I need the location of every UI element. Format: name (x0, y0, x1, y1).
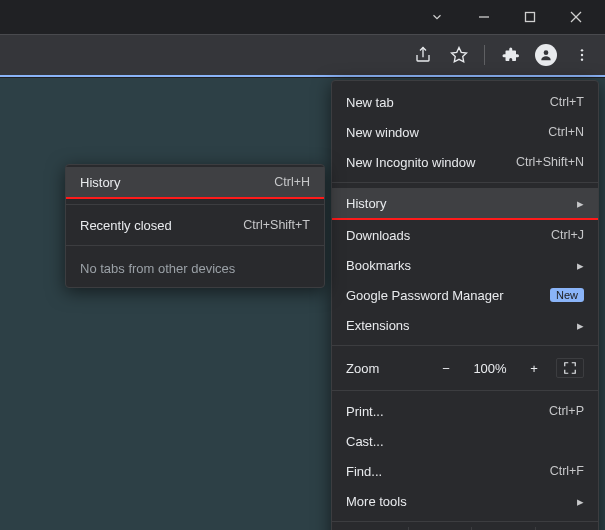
menu-new-incognito[interactable]: New Incognito window Ctrl+Shift+N (332, 147, 598, 177)
menu-find[interactable]: Find... Ctrl+F (332, 456, 598, 486)
submenu-arrow-icon: ▸ (577, 494, 584, 509)
svg-point-8 (581, 54, 583, 56)
menu-cast[interactable]: Cast... (332, 426, 598, 456)
svg-point-6 (544, 50, 549, 55)
new-badge: New (550, 288, 584, 302)
browser-toolbar (0, 34, 605, 76)
close-button[interactable] (553, 0, 599, 34)
share-icon[interactable] (408, 40, 438, 70)
kebab-menu-icon[interactable] (567, 40, 597, 70)
submenu-recently-closed[interactable]: Recently closed Ctrl+Shift+T (66, 210, 324, 240)
fullscreen-icon[interactable] (556, 358, 584, 378)
menu-shortcut: Ctrl+T (550, 95, 584, 109)
svg-point-9 (581, 58, 583, 60)
menu-print[interactable]: Print... Ctrl+P (332, 396, 598, 426)
menu-zoom: Zoom − 100% + (332, 351, 598, 385)
tabs-chevron-down-icon[interactable] (421, 0, 453, 34)
zoom-out-button[interactable]: − (434, 361, 458, 376)
minimize-button[interactable] (461, 0, 507, 34)
menu-bookmarks[interactable]: Bookmarks ▸ (332, 250, 598, 280)
menu-history[interactable]: History ▸ (332, 188, 598, 218)
highlight-line (66, 197, 324, 199)
maximize-button[interactable] (507, 0, 553, 34)
svg-rect-1 (526, 13, 535, 22)
menu-downloads[interactable]: Downloads Ctrl+J (332, 220, 598, 250)
submenu-arrow-icon: ▸ (577, 318, 584, 333)
submenu-history[interactable]: History Ctrl+H (66, 167, 324, 197)
menu-new-tab[interactable]: New tab Ctrl+T (332, 87, 598, 117)
chrome-main-menu: New tab Ctrl+T New window Ctrl+N New Inc… (331, 80, 599, 530)
svg-point-7 (581, 49, 583, 51)
zoom-value: 100% (468, 361, 512, 376)
submenu-arrow-icon: ▸ (577, 258, 584, 273)
window-titlebar (0, 0, 605, 34)
svg-marker-5 (452, 48, 467, 62)
submenu-arrow-icon: ▸ (577, 196, 584, 211)
menu-separator (332, 182, 598, 183)
history-submenu: History Ctrl+H Recently closed Ctrl+Shif… (65, 164, 325, 288)
menu-passwords[interactable]: Google Password Manager New (332, 280, 598, 310)
avatar-icon[interactable] (531, 40, 561, 70)
star-icon[interactable] (444, 40, 474, 70)
menu-new-window[interactable]: New window Ctrl+N (332, 117, 598, 147)
no-tabs-message: No tabs from other devices (66, 251, 324, 285)
menu-label: New tab (346, 95, 394, 110)
zoom-in-button[interactable]: + (522, 361, 546, 376)
menu-extensions[interactable]: Extensions ▸ (332, 310, 598, 340)
extensions-icon[interactable] (495, 40, 525, 70)
toolbar-divider (484, 45, 485, 65)
menu-more-tools[interactable]: More tools ▸ (332, 486, 598, 516)
